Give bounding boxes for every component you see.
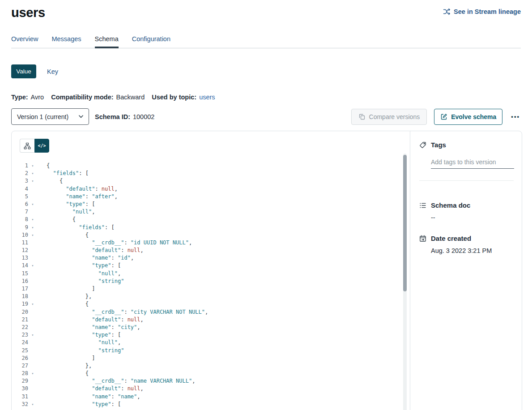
evolve-schema-button[interactable]: Evolve schema xyxy=(434,109,502,125)
fold-gutter-spacer xyxy=(28,308,37,316)
version-select[interactable]: Version 1 (current) xyxy=(11,108,89,125)
code-text: { xyxy=(37,162,50,170)
fold-gutter-spacer xyxy=(28,208,37,216)
fold-toggle-icon[interactable]: ▾ xyxy=(28,224,37,231)
tag-icon xyxy=(419,141,426,149)
code-text: "default": null, xyxy=(37,185,118,193)
code-line: 23▾ "type": [ xyxy=(12,331,410,339)
code-line: 25 "string" xyxy=(12,347,410,354)
code-line: 20 "__crdb__": "city VARCHAR NOT NULL", xyxy=(12,308,410,316)
tab-messages[interactable]: Messages xyxy=(51,35,81,48)
calendar-icon xyxy=(419,235,426,242)
line-number: 13 xyxy=(12,254,28,262)
code-line: 1▾{ xyxy=(12,162,410,170)
editor-scrollbar-thumb[interactable] xyxy=(403,155,407,291)
tree-view-button[interactable] xyxy=(20,139,34,153)
fold-gutter-spacer xyxy=(28,385,37,393)
meta-type: Type: Avro xyxy=(11,94,44,101)
code-text: "string" xyxy=(37,347,124,354)
stream-lineage-link[interactable]: See in Stream lineage xyxy=(443,8,521,15)
line-number: 15 xyxy=(12,270,28,278)
key-toggle-button[interactable]: Key xyxy=(47,68,58,75)
code-line: 31 "name": "name", xyxy=(12,393,410,401)
code-text: "__crdb__": "name VARCHAR NULL", xyxy=(37,377,195,385)
code-view-button[interactable]: </> xyxy=(34,139,49,153)
date-created-heading: Date created xyxy=(419,235,514,242)
fold-toggle-icon[interactable]: ▾ xyxy=(28,401,37,408)
code-text: "type": [ xyxy=(37,262,121,269)
line-number: 22 xyxy=(12,324,28,331)
code-line: 2▾ "fields": [ xyxy=(12,170,410,177)
code-text: "null", xyxy=(37,339,121,346)
tree-view-icon xyxy=(24,142,31,149)
tab-overview[interactable]: Overview xyxy=(11,35,38,48)
line-number: 19 xyxy=(12,300,28,308)
schema-editor: </> 1▾{2▾ "fields": [3▾ {4 "default": nu… xyxy=(12,131,410,410)
fold-toggle-icon[interactable]: ▾ xyxy=(28,231,37,239)
editor-view-toggle: </> xyxy=(20,139,49,153)
code-line: 13 "name": "id", xyxy=(12,254,410,262)
code-text: "null", xyxy=(37,208,95,216)
line-number: 20 xyxy=(12,308,28,316)
code-text: }, xyxy=(37,362,92,370)
code-text: "name": "city", xyxy=(37,324,140,331)
tags-input[interactable] xyxy=(431,158,514,169)
code-text: "type": [ xyxy=(37,201,95,208)
value-toggle-button[interactable]: Value xyxy=(11,64,36,78)
code-line: 28▾ { xyxy=(12,370,410,377)
fold-gutter-spacer xyxy=(28,185,37,193)
tab-schema[interactable]: Schema xyxy=(95,35,119,48)
line-number: 3 xyxy=(12,177,28,185)
line-number: 12 xyxy=(12,247,28,254)
fold-gutter-spacer xyxy=(28,285,37,293)
line-number: 8 xyxy=(12,216,28,223)
code-text: { xyxy=(37,370,89,377)
line-number: 6 xyxy=(12,201,28,208)
fold-gutter-spacer xyxy=(28,362,37,370)
fold-toggle-icon[interactable]: ▾ xyxy=(28,162,37,170)
line-number: 31 xyxy=(12,393,28,401)
date-created-section: Date created Aug. 3 2022 3:21 PM xyxy=(419,235,514,254)
code-text: { xyxy=(37,177,63,185)
fold-toggle-icon[interactable]: ▾ xyxy=(28,216,37,223)
code-text: }, xyxy=(37,293,92,300)
fold-toggle-icon[interactable]: ▾ xyxy=(28,170,37,177)
more-options-button[interactable]: ••• xyxy=(510,111,521,122)
code-line: 22 "name": "city", xyxy=(12,324,410,331)
code-line: 9▾ "fields": [ xyxy=(12,224,410,231)
code-line: 27 }, xyxy=(12,362,410,370)
code-text: "default": null, xyxy=(37,316,144,324)
topic-link[interactable]: users xyxy=(199,94,215,101)
tab-configuration[interactable]: Configuration xyxy=(132,35,170,48)
fold-toggle-icon[interactable]: ▾ xyxy=(28,300,37,308)
line-number: 29 xyxy=(12,377,28,385)
code-line: 6▾ "type": [ xyxy=(12,201,410,208)
compare-versions-label: Compare versions xyxy=(369,113,420,120)
code-line: 18 }, xyxy=(12,293,410,300)
line-number: 2 xyxy=(12,170,28,177)
fold-gutter-spacer xyxy=(28,270,37,278)
value-key-toggle: Value Key xyxy=(11,64,521,78)
line-number: 32 xyxy=(12,401,28,408)
compatibility-value: Backward xyxy=(116,94,145,101)
compare-versions-button[interactable]: Compare versions xyxy=(351,109,427,125)
schema-sidebar: Tags Schema doc -- xyxy=(410,131,522,410)
code-view-icon: </> xyxy=(38,143,46,148)
fold-gutter-spacer xyxy=(28,393,37,401)
code-line: 5 "name": "after", xyxy=(12,193,410,201)
fold-toggle-icon[interactable]: ▾ xyxy=(28,262,37,269)
compare-icon xyxy=(358,113,366,120)
fold-toggle-icon[interactable]: ▾ xyxy=(28,177,37,185)
fold-toggle-icon[interactable]: ▾ xyxy=(28,370,37,377)
tab-bar: Overview Messages Schema Configuration xyxy=(11,35,521,48)
code-line: 21 "default": null, xyxy=(12,316,410,324)
line-number: 9 xyxy=(12,224,28,231)
fold-toggle-icon[interactable]: ▾ xyxy=(28,201,37,208)
editor-scrollbar-track[interactable] xyxy=(403,154,407,410)
line-number: 4 xyxy=(12,185,28,193)
edit-icon xyxy=(440,113,447,120)
fold-toggle-icon[interactable]: ▾ xyxy=(28,331,37,339)
code-line: 11 "__crdb__": "id UUID NOT NULL", xyxy=(12,239,410,247)
fold-gutter-spacer xyxy=(28,347,37,354)
code-line: 26 ] xyxy=(12,354,410,362)
